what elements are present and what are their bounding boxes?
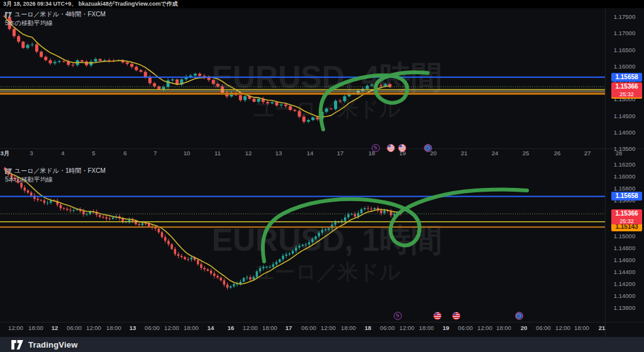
price-tick: 1.16200: [605, 161, 644, 168]
time-label: 10: [184, 150, 191, 157]
time-label: 18:00: [262, 324, 277, 331]
chart-canvas-1h[interactable]: [0, 157, 644, 337]
symbol-title: ユーロ／米ドル・1時間・FXCM: [14, 167, 106, 175]
price-label-1.15366: 1.1536625:32: [611, 82, 642, 97]
price-tick: 1.14200: [605, 280, 644, 287]
indicator-label: 5本の移動平均線: [5, 19, 106, 27]
time-label: 6: [123, 150, 126, 157]
time-label: 13: [130, 324, 136, 331]
time-axis-1h[interactable]: 12:0018:001206:0012:0018:001306:0012:001…: [0, 322, 644, 338]
price-tick: 1.14800: [605, 244, 644, 251]
time-label: 06:00: [67, 324, 82, 331]
time-label: 20: [430, 150, 437, 157]
time-label: 12:00: [321, 324, 336, 331]
price-tick: 1.16500: [605, 46, 644, 53]
price-tick: 1.15800: [605, 184, 644, 191]
time-label: 13: [275, 150, 282, 157]
time-label: 7: [153, 150, 157, 157]
chart-pane-4h: EURUSD, 4時間 ユーロ／米ドル ユーロ／米ドル・4時間・FXCM 5本の…: [0, 8, 644, 157]
time-label: 18:00: [496, 324, 511, 331]
time-label: 06:00: [145, 324, 160, 331]
header-bar: 3月 18, 2026 09:34 UTC+9、 bkazuaki48がTrad…: [0, 0, 644, 8]
time-label: 18:00: [419, 324, 434, 331]
tradingview-mark-icon: [5, 168, 12, 174]
price-scale-4h[interactable]: 1.175001.170001.165001.160001.155001.150…: [605, 8, 644, 148]
time-label: 19: [399, 150, 406, 157]
tradingview-brand[interactable]: TradingView: [28, 340, 78, 349]
price-tick: 1.17500: [605, 13, 644, 20]
time-label: 28: [616, 150, 623, 157]
time-label: 06:00: [536, 324, 551, 331]
time-label: 18: [369, 150, 375, 157]
time-label: 18:00: [106, 324, 121, 331]
time-label: 3: [30, 150, 33, 157]
time-label: 24: [492, 150, 499, 157]
time-label: 12:00: [555, 324, 570, 331]
price-tick: 1.15000: [605, 232, 644, 239]
price-tick: 1.14600: [605, 256, 644, 263]
price-tick: 1.14500: [605, 112, 644, 119]
tradingview-mark-icon: [5, 12, 12, 18]
time-label: 06:00: [380, 324, 395, 331]
symbol-title: ユーロ／米ドル・4時間・FXCM: [14, 11, 106, 18]
price-tick: 1.14400: [605, 268, 644, 275]
time-label: 17: [286, 324, 292, 331]
time-label: 12:00: [86, 324, 101, 331]
time-label: 21: [461, 150, 468, 157]
chart-canvas-4h[interactable]: [0, 8, 644, 157]
time-label: 20: [521, 324, 528, 331]
time-label: 21: [599, 324, 606, 331]
price-scale-1h[interactable]: 1.162001.160001.158001.156001.154001.152…: [605, 157, 644, 322]
price-tick: 1.14000: [605, 292, 644, 299]
time-label: 12:00: [243, 324, 258, 331]
time-axis-4h[interactable]: 3月34567101112131417181920212425262728: [0, 148, 644, 157]
time-label: 12: [245, 150, 252, 157]
symbol-legend-4h[interactable]: ユーロ／米ドル・4時間・FXCM 5本の移動平均線: [5, 11, 106, 27]
time-label: 14: [208, 324, 214, 331]
time-label: 12: [52, 324, 58, 331]
price-label-1.15658: 1.15658: [611, 192, 642, 201]
footer-bar: TradingView: [0, 337, 644, 352]
time-label: 18:00: [28, 324, 43, 331]
indicator-label: 5本の移動平均線: [5, 176, 106, 184]
snapshot-attribution: 3月 18, 2026 09:34 UTC+9、 bkazuaki48がTrad…: [0, 0, 178, 8]
time-label: 19: [443, 324, 450, 331]
time-label: 12:00: [477, 324, 492, 331]
time-label: 18:00: [341, 324, 356, 331]
time-label: 11: [214, 150, 221, 157]
time-label: 18: [365, 324, 372, 331]
price-tick: 1.16000: [605, 172, 644, 179]
symbol-legend-1h[interactable]: ユーロ／米ドル・1時間・FXCM 5本の移動平均線: [5, 167, 106, 184]
price-label-1.15658: 1.15658: [611, 73, 642, 82]
time-label: 5: [92, 150, 95, 157]
price-tick: 1.16000: [605, 62, 644, 69]
price-tick: 1.13800: [605, 304, 644, 311]
time-label: 26: [554, 150, 561, 157]
time-label: 12:00: [8, 324, 23, 331]
time-label: 18:00: [184, 324, 199, 331]
price-tick: 1.14000: [605, 128, 644, 135]
time-label: 4: [61, 150, 64, 157]
tradingview-logo-icon[interactable]: [11, 340, 23, 349]
price-tick: 1.17000: [605, 30, 644, 36]
time-label: 18:00: [574, 324, 589, 331]
time-label: 16: [228, 324, 235, 331]
time-label: 06:00: [458, 324, 473, 331]
time-label: 12:00: [399, 324, 414, 331]
time-label: 17: [337, 150, 344, 157]
time-label: 06:00: [301, 324, 316, 331]
price-label-1.15366: 1.1536625:32: [611, 209, 642, 224]
time-label: 27: [584, 150, 591, 157]
time-label: 14: [307, 150, 314, 157]
time-label: 25: [523, 150, 530, 157]
time-label: 12:00: [164, 324, 179, 331]
tradingview-snapshot: 3月 18, 2026 09:34 UTC+9、 bkazuaki48がTrad…: [0, 0, 644, 352]
time-label: 3月: [1, 150, 10, 157]
moving-average-line: [5, 17, 390, 117]
chart-pane-1h: EURUSD, 1時間 ユーロ／米ドル ユーロ／米ドル・1時間・FXCM 5本の…: [0, 157, 644, 337]
